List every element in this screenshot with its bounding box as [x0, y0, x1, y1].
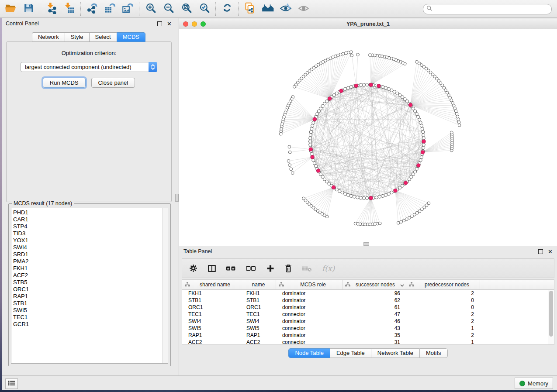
- mcds-result-item[interactable]: SWI5: [11, 307, 168, 314]
- run-mcds-button[interactable]: Run MCDS: [43, 78, 86, 88]
- tab-style[interactable]: Style: [65, 32, 89, 42]
- graph-hub-node[interactable]: [422, 140, 426, 143]
- graph-node[interactable]: [420, 155, 423, 158]
- graph-node[interactable]: [310, 127, 313, 131]
- graph-node[interactable]: [415, 167, 418, 170]
- table-cell[interactable]: SWI5: [240, 325, 276, 331]
- graph-node[interactable]: [359, 196, 362, 199]
- mcds-result-item[interactable]: ACE2: [11, 272, 168, 279]
- table-cell[interactable]: connector: [276, 311, 343, 317]
- graph-leaf-node[interactable]: [293, 85, 296, 88]
- graph-node[interactable]: [390, 191, 393, 194]
- graph-leaf-node[interactable]: [290, 168, 293, 171]
- mcds-result-list[interactable]: PHD1CAR1STP4TID3YOX1SWI4SRD1PMA2FKH1ACE2…: [11, 208, 168, 364]
- graph-node[interactable]: [347, 193, 350, 196]
- table-cell[interactable]: TEC1: [182, 311, 240, 317]
- graph-hub-node[interactable]: [409, 103, 412, 107]
- graph-leaf-node[interactable]: [402, 219, 405, 222]
- graph-leaf-node[interactable]: [405, 218, 408, 221]
- hide-selected-button[interactable]: [277, 1, 294, 16]
- vertical-splitter-handle[interactable]: [175, 194, 179, 202]
- mcds-result-item[interactable]: SWI4: [11, 244, 168, 251]
- graph-leaf-node[interactable]: [457, 118, 460, 121]
- graph-hub-node[interactable]: [394, 189, 397, 193]
- close-panel-button[interactable]: Close panel: [91, 78, 135, 88]
- tab-motifs[interactable]: Motifs: [419, 348, 448, 358]
- graph-leaf-node[interactable]: [455, 112, 458, 115]
- graph-leaf-node[interactable]: [427, 202, 430, 205]
- graph-hub-node[interactable]: [377, 84, 381, 88]
- table-cell[interactable]: connector: [276, 339, 343, 345]
- graph-leaf-node[interactable]: [288, 151, 291, 154]
- table-cell[interactable]: RAP1: [182, 332, 240, 338]
- export-table-button[interactable]: [101, 1, 119, 16]
- table-cell[interactable]: dominator: [276, 304, 343, 310]
- graph-node[interactable]: [309, 137, 312, 140]
- graph-node[interactable]: [347, 86, 350, 89]
- zoom-in-button[interactable]: [142, 1, 159, 16]
- graph-hub-node[interactable]: [309, 148, 312, 151]
- graph-node[interactable]: [422, 146, 425, 149]
- horizontal-splitter-handle[interactable]: [363, 242, 369, 246]
- mcds-result-item[interactable]: PMA2: [11, 258, 168, 265]
- table-cell[interactable]: 1: [406, 325, 480, 331]
- table-row[interactable]: SWI5SWI5connector431: [182, 325, 554, 332]
- graph-node[interactable]: [338, 189, 341, 193]
- graph-node[interactable]: [349, 194, 353, 197]
- graph-node[interactable]: [384, 86, 387, 89]
- graph-node[interactable]: [353, 195, 356, 198]
- graph-node[interactable]: [341, 191, 344, 194]
- table-cell[interactable]: 2: [406, 318, 480, 324]
- memory-button[interactable]: Memory: [515, 378, 553, 389]
- graph-node[interactable]: [309, 134, 312, 137]
- graph-leaf-node[interactable]: [415, 60, 419, 63]
- table-cell[interactable]: ACE2: [240, 339, 276, 345]
- graph-node[interactable]: [422, 131, 425, 134]
- mcds-list-scrollbar[interactable]: [162, 208, 168, 363]
- delete-column-button[interactable]: [284, 264, 293, 273]
- graph-hub-node[interactable]: [369, 196, 373, 200]
- export-network-button[interactable]: [83, 1, 101, 16]
- table-cell[interactable]: 46: [343, 318, 406, 324]
- graph-hub-node[interactable]: [417, 164, 420, 167]
- graph-node[interactable]: [417, 115, 420, 118]
- table-cell[interactable]: ACE2: [182, 339, 240, 345]
- graph-node[interactable]: [344, 87, 347, 90]
- network-canvas[interactable]: [179, 29, 557, 246]
- graph-node[interactable]: [312, 121, 315, 124]
- close-panel-icon[interactable]: ✕: [548, 249, 553, 254]
- table-cell[interactable]: 96: [343, 290, 406, 296]
- graph-node[interactable]: [387, 87, 390, 90]
- graph-node[interactable]: [419, 158, 422, 162]
- float-window-icon[interactable]: [157, 21, 162, 26]
- import-network-button[interactable]: [42, 1, 60, 16]
- graph-node[interactable]: [419, 121, 422, 124]
- column-header-predecessor-nodes[interactable]: predecessor nodes: [406, 280, 480, 289]
- table-cell[interactable]: SWI4: [240, 318, 276, 324]
- graph-hub-node[interactable]: [313, 117, 316, 121]
- graph-leaf-node[interactable]: [400, 220, 403, 224]
- graph-leaf-node[interactable]: [458, 124, 461, 127]
- save-session-button[interactable]: [20, 1, 38, 16]
- graph-leaf-node[interactable]: [450, 131, 453, 134]
- table-row[interactable]: ORC1ORC1dominator610: [182, 304, 554, 311]
- deselect-all-rows-button[interactable]: [246, 265, 257, 272]
- criterion-select[interactable]: largest connected component (undirected): [21, 62, 157, 72]
- table-cell[interactable]: ORC1: [240, 304, 276, 310]
- export-image-button[interactable]: [119, 1, 137, 16]
- column-header-successor-nodes[interactable]: successor nodes: [343, 280, 406, 289]
- table-cell[interactable]: dominator: [276, 318, 343, 324]
- table-cell[interactable]: 47: [343, 311, 406, 317]
- graph-node[interactable]: [375, 196, 378, 199]
- graph-node[interactable]: [384, 193, 387, 196]
- table-row[interactable]: RAP1RAP1dominator352: [182, 332, 554, 339]
- graph-node[interactable]: [313, 162, 316, 165]
- table-cell[interactable]: 2: [406, 332, 480, 338]
- graph-leaf-node[interactable]: [325, 215, 329, 218]
- table-cell[interactable]: 62: [343, 297, 406, 303]
- toolbar-search-field[interactable]: [423, 4, 552, 14]
- mcds-result-item[interactable]: CAR1: [11, 216, 168, 223]
- graph-hub-node[interactable]: [328, 97, 332, 100]
- table-cell[interactable]: 31: [343, 339, 406, 345]
- mcds-result-item[interactable]: YOX1: [11, 237, 168, 244]
